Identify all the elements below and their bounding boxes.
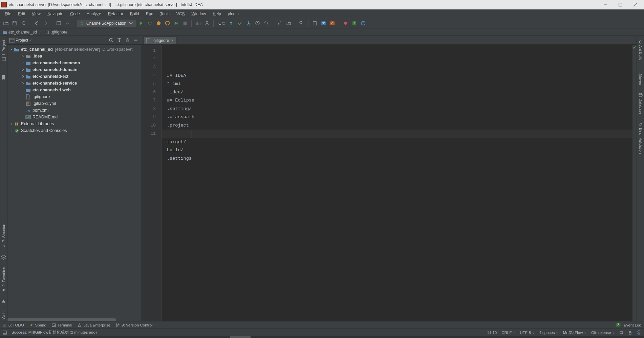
menu-tools[interactable]: Tools	[157, 10, 172, 17]
tool-spring[interactable]: Spring	[29, 323, 46, 327]
hide-icon[interactable]	[132, 37, 139, 44]
menu-edit[interactable]: Edit	[15, 10, 28, 17]
tree-root[interactable]: etc_channel_sd[etc-channelsd-server]D:\w…	[7, 46, 141, 53]
chevron-down-icon[interactable]	[9, 47, 14, 51]
project-structure-icon[interactable]	[285, 20, 292, 27]
statusbar-toggle-icon[interactable]	[3, 331, 7, 335]
chevron-right-icon[interactable]	[21, 88, 25, 92]
tool-todo[interactable]: 6: TODO	[3, 323, 24, 327]
menu-plugin[interactable]: plugin	[225, 10, 241, 17]
git-history-icon[interactable]	[254, 20, 261, 27]
chevron-right-icon[interactable]	[21, 74, 25, 78]
status-message[interactable]: Success: MrtfGitFlow初始化成功 (2 minutes ago…	[12, 330, 97, 335]
horizontal-scrollbar[interactable]	[7, 318, 141, 321]
tool-bean-validation[interactable]: Bean Validation	[638, 120, 643, 156]
forward-icon[interactable]	[42, 20, 49, 27]
save-icon[interactable]	[11, 20, 18, 27]
status-indent[interactable]: 4 spaces ÷	[539, 331, 558, 335]
tree-item[interactable]: .idea	[7, 53, 141, 60]
memory-indicator-icon[interactable]	[619, 331, 623, 335]
collapse-all-icon[interactable]	[116, 37, 123, 44]
translate-icon-2[interactable]: A	[329, 20, 336, 27]
project-panel-title[interactable]: Project	[16, 38, 28, 43]
select-config-icon[interactable]	[55, 20, 62, 27]
editor-tab-gitignore[interactable]: .gitignore ×	[143, 36, 176, 44]
chevron-right-icon[interactable]	[21, 81, 25, 85]
tree-item[interactable]: MDREADME.md	[7, 114, 141, 120]
tree-item[interactable]: .gitlab-ci.yml	[7, 100, 141, 107]
window-close-button[interactable]	[628, 0, 643, 9]
profile-icon[interactable]	[164, 20, 171, 27]
menu-analyze[interactable]: Analyze	[84, 10, 104, 17]
record-icon[interactable]	[342, 20, 349, 27]
breadcrumb-file[interactable]: .gitignore	[45, 30, 67, 35]
tree-item[interactable]: External Libraries	[7, 120, 141, 127]
sync-icon[interactable]	[20, 20, 27, 27]
tool-database[interactable]: Database	[638, 91, 643, 116]
attach-icon[interactable]	[203, 20, 211, 27]
tool-event-log[interactable]: 2 Event Log	[616, 323, 641, 327]
locate-icon[interactable]	[108, 37, 114, 44]
debug-icon[interactable]	[146, 20, 153, 27]
project-tree[interactable]: etc_channel_sd[etc-channelsd-server]D:\w…	[7, 45, 141, 318]
tree-item[interactable]: etc-channelsd-service	[7, 80, 141, 87]
tool-structure[interactable]: 7: Structure	[1, 221, 6, 249]
power-icon[interactable]	[360, 20, 367, 27]
paste-icon[interactable]	[311, 20, 319, 27]
menu-build[interactable]: Build	[127, 10, 142, 17]
menu-navigate[interactable]: Navigate	[45, 10, 66, 17]
window-maximize-button[interactable]	[613, 0, 628, 9]
stop-icon[interactable]	[181, 20, 189, 27]
close-icon[interactable]: ×	[171, 38, 173, 43]
settings-icon[interactable]	[276, 20, 283, 27]
menu-file[interactable]: File	[2, 10, 14, 17]
chevron-right-icon[interactable]	[21, 54, 25, 58]
status-encoding[interactable]: UTF-8 ÷	[520, 331, 535, 335]
tool-terminal[interactable]: Terminal	[52, 323, 72, 327]
gear-icon[interactable]	[124, 37, 131, 44]
git-update-icon[interactable]	[228, 20, 235, 27]
tool-maven[interactable]: m Maven	[638, 66, 643, 87]
translate-icon-1[interactable]: 文	[320, 20, 327, 27]
tree-item[interactable]: etc-channelsd-common	[7, 60, 141, 66]
bookmark-icon[interactable]	[0, 74, 7, 81]
run-configuration-dropdown[interactable]: ChannelSdApplication	[77, 20, 136, 27]
git-revert-icon[interactable]	[263, 20, 270, 27]
search-icon[interactable]	[298, 20, 305, 27]
status-git-branch[interactable]: Git: release ÷	[591, 331, 615, 335]
editor-body[interactable]: 1234567891011 ## IDEA*.iml.idea/## Eclip…	[141, 45, 637, 321]
tree-item[interactable]: .gitignore	[7, 93, 141, 100]
code-area[interactable]: ## IDEA*.iml.idea/## Eclipse.setting/.cl…	[162, 45, 632, 321]
chevron-right-icon[interactable]	[9, 122, 14, 126]
run-icon[interactable]	[137, 20, 145, 27]
marker-strip[interactable]	[632, 45, 637, 321]
layers-icon[interactable]	[0, 253, 7, 261]
menu-code[interactable]: Code	[67, 10, 83, 17]
chevron-right-icon[interactable]	[21, 61, 25, 65]
breadcrumb-root[interactable]: etc_channel_sd	[3, 30, 37, 35]
status-caret-position[interactable]: 11:10	[487, 331, 497, 335]
window-minimize-button[interactable]	[598, 0, 613, 9]
run-with-icon[interactable]	[172, 20, 180, 27]
menu-window[interactable]: Window	[189, 10, 209, 17]
tool-ant[interactable]: Ant Build	[638, 38, 643, 62]
tool-web[interactable]: Web	[1, 310, 6, 321]
git-commit-icon[interactable]	[236, 20, 244, 27]
tool-java-enterprise[interactable]: Java Enterprise	[78, 323, 110, 327]
build-icon[interactable]	[64, 20, 71, 27]
chevron-right-icon[interactable]	[21, 68, 25, 72]
tree-item[interactable]: etc-channelsd-web	[7, 87, 141, 93]
git-push-icon[interactable]	[245, 20, 253, 27]
menu-vcs[interactable]: VCS	[174, 10, 188, 17]
open-icon[interactable]	[2, 20, 9, 27]
menu-view[interactable]: View	[29, 10, 43, 17]
tool-project[interactable]: 1: Project	[1, 38, 6, 63]
chevron-right-icon[interactable]	[9, 129, 14, 133]
lock-icon[interactable]	[628, 331, 632, 335]
coverage-icon[interactable]	[155, 20, 162, 27]
line-gutter[interactable]: 1234567891011	[141, 45, 162, 321]
tree-item[interactable]: etc-channelsd-ext	[7, 73, 141, 80]
menu-run[interactable]: Run	[143, 10, 156, 17]
menu-refactor[interactable]: Refactor	[105, 10, 126, 17]
goland-icon[interactable]: G	[637, 330, 641, 335]
